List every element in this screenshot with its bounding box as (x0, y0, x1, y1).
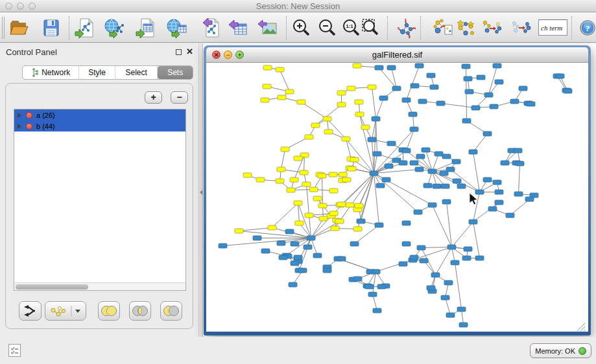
set-color-dot-icon (26, 123, 32, 130)
frame-close-icon[interactable]: ✕ (212, 51, 221, 59)
network-frame-title: galFiltered.sif (372, 50, 422, 60)
collapse-panel-arrow-icon[interactable] (200, 190, 202, 195)
network-tree-icon (31, 68, 39, 77)
toolbar: 1:1 (0, 13, 596, 43)
network-frame[interactable]: ✕ − + galFiltered.sif (204, 45, 591, 336)
resize-grip-icon (577, 323, 585, 331)
set-union-button[interactable] (98, 301, 120, 321)
tab-sets-label: Sets (167, 68, 183, 77)
create-set-from-network-button[interactable] (45, 301, 86, 321)
frame-minimize-icon[interactable]: − (224, 51, 232, 59)
export-table-button[interactable] (226, 16, 251, 40)
list-item-set-b[interactable]: b (44) (14, 120, 185, 131)
network-canvas[interactable] (206, 63, 588, 332)
memory-ok-dot-icon (578, 347, 586, 355)
list-item-set-a[interactable]: a (26) (14, 109, 185, 120)
zoom-fit-selected-icon (361, 17, 381, 38)
memory-status-button[interactable]: Memory: OK (530, 343, 591, 358)
export-table-icon (228, 17, 249, 38)
venn-intersection-icon (132, 305, 149, 317)
collapse-group-icon (481, 17, 502, 38)
open-session-button[interactable] (6, 16, 30, 40)
toolbar-drag-grip[interactable] (2, 17, 5, 39)
save-floppy-icon (41, 17, 62, 38)
help-icon: ? (577, 17, 596, 38)
network-desktop: ✕ − + galFiltered.sif (203, 43, 596, 337)
toolbar-separator (69, 16, 69, 40)
expand-group-icon (510, 17, 531, 38)
export-image-button[interactable] (256, 16, 280, 40)
disclosure-triangle-icon[interactable] (18, 124, 21, 129)
export-network-button[interactable] (198, 16, 223, 40)
apply-layout-button[interactable] (393, 16, 418, 40)
scrollbar-thumb[interactable] (16, 284, 88, 290)
import-network-url-icon (104, 17, 125, 38)
task-history-button[interactable] (8, 344, 21, 357)
save-session-button[interactable] (39, 16, 64, 40)
import-network-file-button[interactable] (73, 16, 97, 40)
zoom-out-icon (317, 17, 338, 38)
set-intersection-button[interactable] (129, 301, 151, 321)
remove-set-button[interactable]: − (171, 91, 188, 104)
frame-zoom-icon[interactable]: + (235, 51, 244, 59)
import-network-url-button[interactable] (102, 16, 127, 40)
toolbar-separator (387, 16, 388, 40)
task-checklist-icon (9, 345, 20, 356)
help-button[interactable]: ? (576, 16, 596, 40)
search-input[interactable] (538, 19, 567, 36)
set-difference-button[interactable] (160, 301, 182, 321)
sets-panel-box: + − a (26) b (44) (5, 83, 193, 329)
mouse-cursor-icon (206, 63, 586, 332)
window-title: Session: New Session (0, 1, 596, 11)
zoom-out-button[interactable] (315, 16, 340, 40)
toolbar-separator (286, 16, 287, 40)
svg-text:1:1: 1:1 (346, 23, 353, 29)
toolbar-separator (420, 16, 421, 40)
new-group-icon (433, 17, 453, 38)
export-network-icon (200, 17, 221, 38)
set-color-dot-icon (26, 112, 32, 119)
import-table-url-button[interactable] (165, 16, 189, 40)
add-set-button[interactable]: + (145, 91, 162, 104)
tab-style[interactable]: Style (79, 66, 115, 79)
import-network-file-icon (75, 17, 95, 38)
disclosure-triangle-icon[interactable] (18, 113, 21, 118)
control-panel: Control Panel ✕ Network Style Select Set… (0, 43, 198, 337)
tab-select[interactable]: Select (115, 66, 158, 79)
control-panel-tabbar: Network Style Select Sets (22, 65, 193, 80)
open-folder-icon (8, 17, 29, 38)
import-table-file-button[interactable] (134, 16, 158, 40)
svg-text:?: ? (586, 23, 590, 33)
tab-network[interactable]: Network (23, 66, 79, 79)
network-frame-titlebar[interactable]: ✕ − + galFiltered.sif (206, 47, 588, 63)
split-arrows-icon (23, 304, 38, 317)
zoom-in-button[interactable] (289, 16, 314, 40)
apply-layout-icon (395, 17, 416, 38)
collapse-group-button[interactable] (479, 16, 504, 40)
control-panel-header: Control Panel ✕ (0, 43, 198, 61)
horizontal-scrollbar[interactable] (14, 282, 185, 290)
zoom-fit-selected-button[interactable] (359, 16, 383, 40)
sets-list: a (26) b (44) (14, 109, 186, 291)
tab-select-label: Select (125, 68, 147, 77)
zoom-in-icon (291, 17, 312, 38)
tab-style-label: Style (88, 68, 106, 77)
float-panel-icon[interactable] (176, 49, 182, 55)
memory-status-label: Memory: OK (535, 347, 575, 355)
tab-sets[interactable]: Sets (158, 66, 193, 79)
import-table-file-icon (136, 17, 156, 38)
expand-group-button[interactable] (508, 16, 533, 40)
control-panel-title: Control Panel (6, 47, 57, 57)
group-nodes-button[interactable] (453, 16, 478, 40)
split-set-button[interactable] (19, 301, 42, 321)
close-panel-icon[interactable]: ✕ (186, 47, 193, 56)
new-group-from-selection-button[interactable] (431, 16, 455, 40)
venn-difference-icon (163, 305, 180, 317)
group-nodes-icon (455, 17, 476, 38)
venn-union-icon (101, 305, 117, 317)
set-label: a (26) (36, 111, 55, 119)
window-titlebar: Session: New Session (0, 0, 596, 12)
import-table-url-icon (167, 17, 187, 38)
network-dropdown-icon (47, 304, 84, 318)
panel-splitter[interactable] (198, 43, 203, 337)
